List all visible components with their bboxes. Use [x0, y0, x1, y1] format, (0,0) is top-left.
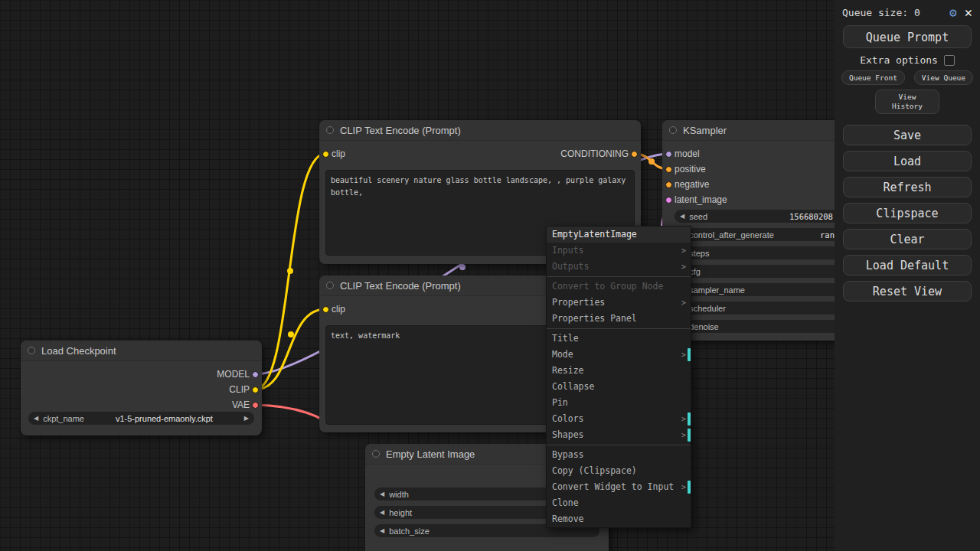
model-input-port[interactable]	[665, 151, 672, 158]
widget-name: control_after_generate	[689, 230, 774, 240]
submenu-arrow-icon: >	[681, 259, 686, 275]
node-title: CLIP Text Encode (Prompt)	[340, 125, 461, 136]
widget-name: scheduler	[689, 304, 726, 313]
prev-arrow-icon[interactable]: ◀	[380, 527, 384, 534]
menu-item-properties-panel[interactable]: Properties Panel	[547, 311, 691, 327]
model-output-port[interactable]	[252, 371, 259, 378]
conditioning-output-label: CONDITIONING	[560, 148, 629, 159]
comfyui-canvas[interactable]: Load Checkpoint MODEL CLIP VAE ◀ ckpt_na…	[0, 0, 980, 551]
link-center-dot	[288, 331, 294, 337]
clip-input-port[interactable]	[322, 151, 329, 158]
load-default-button[interactable]: Load Default	[843, 255, 972, 276]
clip-wire-negative	[255, 309, 325, 390]
menu-separator	[547, 445, 691, 445]
collapse-dot[interactable]	[28, 347, 35, 354]
node-title: Empty Latent Image	[386, 448, 475, 460]
submenu-arrow-icon: >	[681, 295, 686, 311]
menu-separator	[547, 276, 691, 277]
clip-input-port[interactable]	[322, 306, 329, 313]
submenu-accent-bar	[688, 412, 691, 425]
settings-gear-icon[interactable]: ⚙	[949, 7, 957, 19]
clip-output-label: CLIP	[229, 384, 250, 395]
close-icon[interactable]: ✕	[965, 6, 972, 19]
extra-options-checkbox[interactable]	[944, 55, 955, 66]
link-center-dot	[459, 264, 466, 270]
widget-name: steps	[689, 249, 709, 258]
collapse-dot[interactable]	[326, 126, 334, 134]
extra-options-row: Extra options	[835, 54, 980, 66]
node-header[interactable]: CLIP Text Encode (Prompt)	[319, 120, 641, 141]
submenu-arrow-icon: >	[681, 427, 686, 443]
collapse-dot[interactable]	[669, 126, 677, 134]
positive-input-label: positive	[675, 164, 706, 174]
model-output-label: MODEL	[217, 369, 250, 380]
node-title: CLIP Text Encode (Prompt)	[340, 280, 461, 292]
menu-separator	[547, 328, 691, 329]
prev-arrow-icon[interactable]: ◀	[680, 213, 684, 220]
link-center-dot	[287, 268, 293, 274]
clip-input-label: clip	[332, 304, 345, 315]
submenu-arrow-icon: >	[681, 411, 686, 427]
submenu-accent-bar	[688, 348, 691, 361]
conditioning-output-port[interactable]	[631, 151, 638, 158]
queue-prompt-button[interactable]: Queue Prompt	[843, 25, 972, 48]
vae-output-port[interactable]	[252, 402, 259, 409]
submenu-accent-bar	[688, 429, 691, 442]
widget-name: sampler_name	[689, 285, 745, 295]
menu-item-shapes[interactable]: Shapes>	[547, 427, 691, 443]
node-header[interactable]: Load Checkpoint	[21, 341, 262, 361]
node-load-checkpoint[interactable]: Load Checkpoint MODEL CLIP VAE ◀ ckpt_na…	[21, 341, 262, 435]
latent-image-input-port[interactable]	[665, 197, 672, 204]
menu-item-collapse[interactable]: Collapse	[547, 379, 691, 395]
reset-view-button[interactable]: Reset View	[843, 281, 972, 302]
widget-name: batch_size	[389, 527, 430, 536]
view-queue-button[interactable]: View Queue	[914, 70, 973, 85]
queue-size-label: Queue size: 0	[842, 7, 949, 18]
menu-item-remove[interactable]: Remove	[547, 511, 691, 527]
link-center-dot	[648, 158, 655, 165]
widget-value: 156680208	[789, 212, 833, 221]
menu-item-clone[interactable]: Clone	[547, 495, 691, 511]
menu-item-resize[interactable]: Resize	[547, 363, 691, 379]
save-button[interactable]: Save	[843, 125, 972, 145]
model-input-label: model	[675, 148, 700, 159]
menu-item-convert-widget-to-input[interactable]: Convert Widget to Input>	[547, 479, 691, 495]
widget-name: height	[389, 508, 412, 517]
load-button[interactable]: Load	[843, 151, 972, 171]
menu-item-mode[interactable]: Mode>	[547, 347, 691, 363]
queue-front-button[interactable]: Queue Front	[841, 70, 905, 85]
positive-input-port[interactable]	[665, 166, 672, 173]
collapse-dot[interactable]	[372, 450, 380, 458]
clip-wire-positive	[255, 154, 325, 390]
view-history-button[interactable]: View History	[875, 90, 939, 114]
node-title: KSampler	[683, 125, 727, 136]
extra-options-label: Extra options	[860, 54, 938, 66]
menu-item-outputs: Outputs>	[547, 259, 691, 275]
refresh-button[interactable]: Refresh	[843, 177, 972, 197]
next-arrow-icon[interactable]: ▶	[244, 415, 249, 422]
negative-input-port[interactable]	[665, 181, 672, 188]
collapse-dot[interactable]	[326, 282, 334, 289]
prev-arrow-icon[interactable]: ◀	[380, 491, 384, 497]
clip-output-port[interactable]	[252, 386, 259, 393]
ckpt-name-widget[interactable]: ◀ ckpt_name v1-5-pruned-emaonly.ckpt ▶	[28, 412, 254, 425]
clipspace-button[interactable]: Clipspace	[843, 203, 972, 223]
submenu-accent-bar	[688, 481, 691, 494]
menu-item-properties[interactable]: Properties>	[547, 295, 691, 311]
menu-item-bypass[interactable]: Bypass	[547, 447, 691, 463]
queue-size-row: Queue size: 0 ⚙ ✕	[835, 0, 980, 22]
widget-name: ckpt_name	[43, 414, 84, 423]
queue-buttons-row: Queue Front View Queue	[835, 70, 980, 85]
prev-arrow-icon[interactable]: ◀	[380, 509, 384, 516]
submenu-arrow-icon: >	[681, 479, 686, 495]
widget-value: v1-5-pruned-emaonly.ckpt	[84, 414, 244, 423]
comfy-menu-panel: Queue size: 0 ⚙ ✕ Queue Prompt Extra opt…	[835, 0, 980, 551]
menu-item-colors[interactable]: Colors>	[547, 411, 691, 427]
clip-input-label: clip	[332, 148, 345, 159]
menu-item-copy-clipspace[interactable]: Copy (Clipspace)	[547, 463, 691, 479]
clear-button[interactable]: Clear	[843, 229, 972, 249]
menu-item-pin[interactable]: Pin	[547, 395, 691, 411]
prev-arrow-icon[interactable]: ◀	[34, 415, 38, 422]
menu-item-title[interactable]: Title	[547, 331, 691, 347]
node-title: Load Checkpoint	[41, 345, 116, 357]
